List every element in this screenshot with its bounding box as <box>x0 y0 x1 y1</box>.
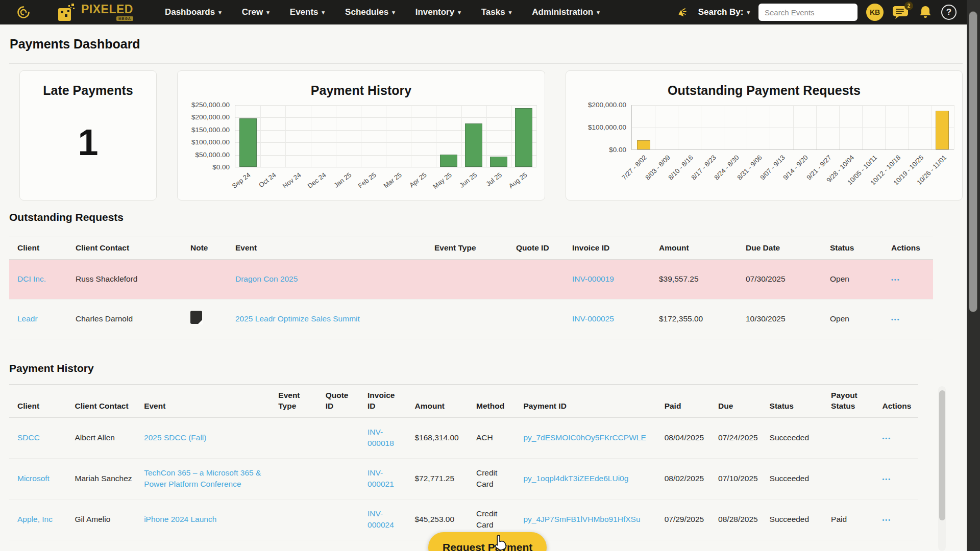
y-axis-tick: $200,000.00 <box>588 101 626 109</box>
column-header: Due <box>713 385 764 418</box>
invoice_id-link[interactable]: INV-000025 <box>572 314 614 323</box>
row-actions-button[interactable]: ••• <box>883 517 892 523</box>
gridline <box>885 105 886 149</box>
page-scrollbar-thumb[interactable] <box>969 11 977 312</box>
nav-item-tasks[interactable]: Tasks▾ <box>481 7 511 17</box>
client-link[interactable]: SDCC <box>17 433 40 442</box>
gridline <box>436 105 436 167</box>
x-axis-label: 8/03 - 8/09 <box>644 154 672 182</box>
app-home-icon[interactable] <box>15 4 32 20</box>
paid-text: 08/04/2025 <box>665 433 704 442</box>
nav-item-label: Tasks <box>481 7 505 17</box>
column-header: Event Type <box>273 385 320 418</box>
client-link[interactable]: Microsoft <box>17 474 50 483</box>
method-text: ACH <box>476 433 493 442</box>
gridline <box>862 105 863 149</box>
y-axis-tick: $0.00 <box>609 146 626 154</box>
column-header: Payout Status <box>826 385 877 418</box>
client-link[interactable]: DCI Inc. <box>17 274 46 283</box>
gridline <box>486 105 487 167</box>
amount-text: $168,314.00 <box>414 433 458 442</box>
client-link[interactable]: Apple, Inc <box>17 515 53 523</box>
invoice_id-link[interactable]: INV-000024 <box>368 509 394 529</box>
gridline <box>770 105 770 149</box>
messages-button[interactable]: 2 <box>892 5 910 20</box>
help-button[interactable]: ? <box>941 5 957 20</box>
column-header: Quote ID <box>511 237 567 260</box>
column-header: Amount <box>654 237 741 260</box>
amount-text: $45,253.00 <box>414 515 454 523</box>
gridline <box>461 105 462 167</box>
table-scrollbar[interactable] <box>938 386 946 551</box>
row-actions-button[interactable]: ••• <box>891 316 900 322</box>
paid-text: 07/29/2025 <box>665 515 704 523</box>
status-text: Open <box>830 274 849 283</box>
column-header: Client Contact <box>70 237 185 260</box>
nav-item-inventory[interactable]: Inventory▾ <box>415 7 461 17</box>
notifications-bell-icon[interactable] <box>918 5 933 20</box>
row-actions-button[interactable]: ••• <box>891 277 900 283</box>
status-text: Open <box>830 314 849 323</box>
nav-item-crew[interactable]: Crew▾ <box>242 7 270 17</box>
bar-May 25 <box>440 155 457 167</box>
status-text: Succeeded <box>770 433 810 442</box>
navbar-right: Search By: ▾ KB 2 ? <box>675 4 957 21</box>
bar-Jun 25 <box>465 123 482 167</box>
pixeled-logo[interactable]: PIXELED MEGA <box>56 2 133 23</box>
gridline <box>931 105 932 149</box>
nav-item-label: Schedules <box>345 7 388 17</box>
note-icon[interactable] <box>190 311 202 324</box>
request-payment-button[interactable]: Request Payment <box>428 532 547 551</box>
event-link[interactable]: iPhone 2024 Launch <box>144 515 216 523</box>
gridline <box>816 105 817 149</box>
row-actions-button[interactable]: ••• <box>883 476 892 482</box>
column-header: Status <box>825 237 886 260</box>
y-axis-tick: $200,000.00 <box>191 113 230 121</box>
column-header: Actions <box>877 385 918 418</box>
table-scrollbar-thumb[interactable] <box>939 390 945 520</box>
invoice_id-link[interactable]: INV-000019 <box>572 274 614 283</box>
gridline <box>386 105 386 167</box>
event-link[interactable]: 2025 Leadr Optimize Sales Summit <box>235 314 360 323</box>
column-header: Event Type <box>429 237 511 260</box>
gridline <box>411 105 411 167</box>
nav-item-events[interactable]: Events▾ <box>290 7 325 17</box>
search-by-dropdown[interactable]: Search By: ▾ <box>698 7 750 17</box>
event-link[interactable]: TechCon 365 – a Microsoft 365 & Power Pl… <box>144 468 261 488</box>
gridline <box>678 105 678 149</box>
x-axis-label: 9/14 - 9/20 <box>782 154 810 182</box>
late-payments-card: Late Payments 1 <box>19 70 157 201</box>
table-row: LeadrCharles Darnold2025 Leadr Optimize … <box>9 299 933 339</box>
y-axis-tick: $100,000.00 <box>191 138 230 146</box>
gridline <box>793 105 794 149</box>
event-link[interactable]: Dragon Con 2025 <box>235 274 298 283</box>
nav-item-schedules[interactable]: Schedules▾ <box>345 7 395 17</box>
y-axis-tick: $50,000.00 <box>195 151 230 159</box>
gridline <box>361 105 361 167</box>
logo-text: PIXELED <box>81 4 133 15</box>
amount-text: $39,557.25 <box>659 274 699 283</box>
nav-item-dashboards[interactable]: Dashboards▾ <box>165 7 222 17</box>
search-input[interactable] <box>758 4 857 21</box>
announcement-icon[interactable] <box>675 5 690 19</box>
client-link[interactable]: Leadr <box>17 314 38 323</box>
payment_id-link[interactable]: py_1oqpl4dkT3iZEEde6LUi0g <box>523 474 628 483</box>
column-header: Quote ID <box>321 385 362 418</box>
event-link[interactable]: 2025 SDCC (Fall) <box>144 433 206 442</box>
invoice_id-link[interactable]: INV-000021 <box>368 468 394 488</box>
nav-item-administration[interactable]: Administration▾ <box>532 7 599 17</box>
row-actions-button[interactable]: ••• <box>883 435 892 441</box>
payment_id-link[interactable]: py_4JP7SmFB1lVHMbo91HfXSu <box>523 515 640 523</box>
bar-10/26 - 11/01 <box>936 111 949 149</box>
invoice_id-link[interactable]: INV-000018 <box>368 428 394 447</box>
payments-dashboard-page: Payments Dashboard Late Payments 1 Payme… <box>0 24 967 551</box>
outstanding-requests-heading: Outstanding Requests <box>9 211 124 223</box>
y-axis-tick: $100,000.00 <box>588 123 626 131</box>
payment_id-link[interactable]: py_7dESMOIC0hOy5FKrCCPWLE <box>523 433 646 442</box>
client_contact-text: Mariah Sanchez <box>75 474 132 483</box>
column-header: Event <box>139 385 273 418</box>
user-avatar[interactable]: KB <box>866 4 884 21</box>
page-scrollbar[interactable] <box>967 0 980 551</box>
x-axis-label: Mar 25 <box>382 171 403 190</box>
status-text: Succeeded <box>770 474 810 483</box>
